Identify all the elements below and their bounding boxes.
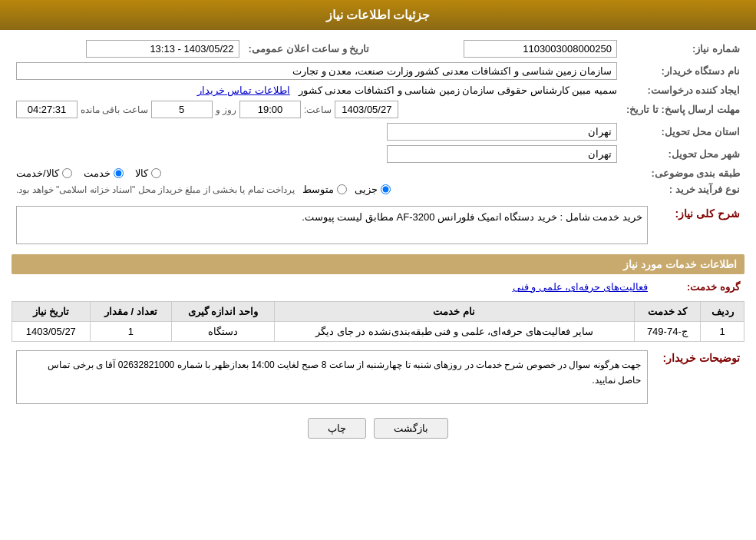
city-value: تهران <box>12 143 622 165</box>
need-number-box: 1103003008000250 <box>464 40 617 58</box>
services-section-title: اطلاعات خدمات مورد نیاز <box>12 254 744 274</box>
col-header-name: نام خدمت <box>274 302 634 322</box>
creator-link[interactable]: اطلاعات تماس خریدار <box>197 84 290 96</box>
table-row: 1ج-74-749سایر فعالیت‌های حرفه‌ای، علمی و… <box>12 322 744 342</box>
col-header-date: تاریخ نیاز <box>12 302 91 322</box>
radio-khedmat-input[interactable] <box>114 168 124 178</box>
radio-jozi: جزیی <box>355 184 391 195</box>
buyer-notes-value-cell: جهت هرگونه سوال در خصوص شرح خدمات در روز… <box>12 348 652 406</box>
days-box: 5 <box>151 101 213 118</box>
province-label: استان محل تحویل: <box>622 121 744 143</box>
need-number-label: شماره نیاز: <box>622 38 744 60</box>
col-header-qty: تعداد / مقدار <box>90 302 171 322</box>
col-header-row: ردیف <box>701 302 744 322</box>
remaining-time-box: 04:27:31 <box>16 101 78 118</box>
description-box: خرید خدمت شامل : خرید دستگاه اتمیک فلورا… <box>16 206 648 244</box>
radio-kala-input[interactable] <box>151 168 161 178</box>
need-number-value: 1103003008000250 <box>389 38 622 60</box>
page-wrapper: جزئیات اطلاعات نیاز شماره نیاز: 11030030… <box>0 0 756 540</box>
province-box: تهران <box>387 123 617 141</box>
time-box: 19:00 <box>239 101 301 118</box>
description-section: شرح کلی نیاز: خرید خدمت شامل : خرید دستگ… <box>12 204 744 247</box>
description-table: شرح کلی نیاز: خرید خدمت شامل : خرید دستگ… <box>12 204 744 247</box>
creator-value: سمیه مبین کارشناس حقوقی سازمان زمین شناس… <box>12 82 622 98</box>
main-content: شماره نیاز: 1103003008000250 تاریخ و ساع… <box>0 30 756 458</box>
city-label: شهر محل تحویل: <box>622 143 744 165</box>
buyer-notes-label: توضیحات خریدار: <box>652 348 744 406</box>
service-group-table: گروه خدمت: فعالیت‌های حرفه‌ای، علمی و فن… <box>12 279 744 295</box>
send-date-row: 04:27:31 ساعت باقی مانده 5 روز و 19:00 س… <box>12 98 622 121</box>
radio-kala-khedmat-label: کالا/خدمت <box>16 167 59 179</box>
radio-motavaset: متوسط <box>302 184 347 195</box>
buyer-notes-table: توضیحات خریدار: جهت هرگونه سوال در خصوص … <box>12 348 744 406</box>
city-box: تهران <box>387 145 617 163</box>
service-group-value: فعالیت‌های حرفه‌ای، علمی و فنی <box>12 279 652 295</box>
day-label: روز و <box>216 104 236 115</box>
buyer-value: سازمان زمین شناسی و اکتشافات معدنی کشور … <box>12 60 622 82</box>
print-button[interactable]: چاپ <box>308 418 366 439</box>
services-data-table: ردیف کد خدمت نام خدمت واحد اندازه گیری ت… <box>12 301 744 342</box>
buyer-box: سازمان زمین شناسی و اکتشافات معدنی کشور … <box>16 62 617 80</box>
description-value-cell: خرید خدمت شامل : خرید دستگاه اتمیک فلورا… <box>12 204 652 247</box>
date-label: تاریخ و ساعت اعلان عمومی: <box>244 38 375 60</box>
purchase-type-label: نوع فرآیند خرید : <box>622 181 744 197</box>
buyer-label: نام دستگاه خریدار: <box>622 60 744 82</box>
radio-motavaset-label: متوسط <box>302 184 334 195</box>
radio-motavaset-input[interactable] <box>337 184 347 194</box>
buttons-row: بازگشت چاپ <box>12 418 744 439</box>
radio-kala-label: کالا <box>135 167 148 179</box>
buyer-notes-box: جهت هرگونه سوال در خصوص شرح خدمات در روز… <box>16 350 648 404</box>
radio-kala-khedmat: کالا/خدمت <box>16 167 72 179</box>
page-header: جزئیات اطلاعات نیاز <box>0 0 756 30</box>
category-options: کالا/خدمت خدمت کالا <box>12 165 622 181</box>
radio-khedmat: خدمت <box>84 167 124 179</box>
radio-jozi-input[interactable] <box>381 184 391 194</box>
col-header-code: کد خدمت <box>634 302 700 322</box>
radio-jozi-label: جزیی <box>355 184 378 195</box>
category-label: طبقه بندی موضوعی: <box>622 165 744 181</box>
purchase-type-note: پرداخت تمام یا بخشی از مبلغ خریداز محل "… <box>16 184 295 195</box>
creator-label: ایجاد کننده درخواست: <box>622 82 744 98</box>
description-section-label: شرح کلی نیاز: <box>652 204 744 247</box>
date-box: 1403/05/22 - 13:13 <box>86 40 239 58</box>
radio-kala-khedmat-input[interactable] <box>62 168 72 178</box>
radio-kala: کالا <box>135 167 161 179</box>
col-header-unit: واحد اندازه گیری <box>171 302 274 322</box>
service-group-label: گروه خدمت: <box>652 279 744 295</box>
radio-khedmat-label: خدمت <box>84 167 111 179</box>
date-value: 1403/05/22 - 13:13 <box>12 38 244 60</box>
send-date-label: مهلت ارسال پاسخ: تا تاریخ: <box>622 98 744 121</box>
purchase-type-row: پرداخت تمام یا بخشی از مبلغ خریداز محل "… <box>12 181 622 197</box>
time-label: ساعت: <box>304 104 332 115</box>
creator-text: سمیه مبین کارشناس حقوقی سازمان زمین شناس… <box>299 84 617 96</box>
back-button[interactable]: بازگشت <box>374 418 448 439</box>
date-box2: 1403/05/27 <box>335 101 398 118</box>
remaining-label: ساعت باقی مانده <box>81 104 148 115</box>
info-section: شماره نیاز: 1103003008000250 تاریخ و ساع… <box>12 38 744 197</box>
province-value: تهران <box>12 121 622 143</box>
service-group-link[interactable]: فعالیت‌های حرفه‌ای، علمی و فنی <box>513 281 648 293</box>
page-title: جزئیات اطلاعات نیاز <box>326 8 431 22</box>
